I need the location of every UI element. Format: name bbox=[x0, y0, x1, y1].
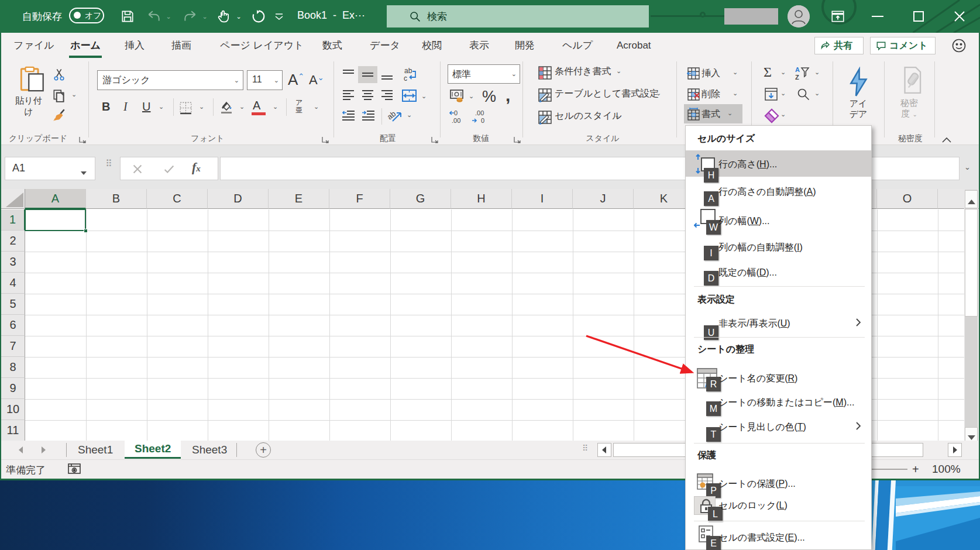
svg-text:0: 0 bbox=[481, 117, 484, 124]
svg-text:ab: ab bbox=[404, 67, 412, 75]
svg-text:ab: ab bbox=[388, 109, 397, 122]
svg-text:Z: Z bbox=[795, 74, 799, 81]
svg-text:c: c bbox=[404, 74, 407, 82]
svg-text:0: 0 bbox=[454, 109, 458, 116]
svg-text:.00: .00 bbox=[475, 109, 484, 116]
svg-text:.00: .00 bbox=[452, 117, 460, 124]
svg-text:A: A bbox=[795, 66, 800, 73]
